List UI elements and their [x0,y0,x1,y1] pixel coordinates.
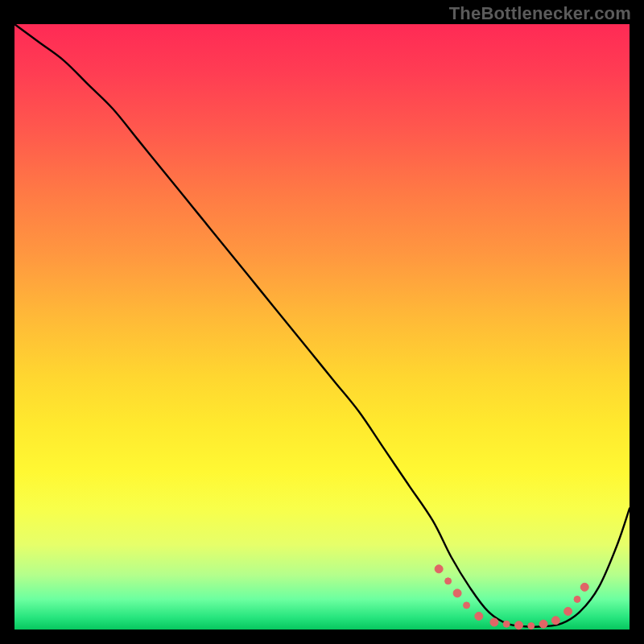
curve-marker [464,602,470,609]
curve-marker [528,622,535,629]
curve-layer [14,24,630,627]
curve-marker [490,618,498,626]
curve-marker [503,621,510,627]
curve-marker [445,578,452,584]
curve-marker [514,621,522,630]
curve-marker [580,583,588,591]
curve-marker [574,596,580,602]
curve-marker [475,612,483,620]
plot-outer [14,24,630,630]
curve-marker [453,589,461,597]
curve-marker [564,607,572,615]
curve-marker [539,620,547,628]
curve-marker [551,617,559,625]
marker-layer [435,565,588,630]
chart-frame: TheBottlenecker.com [0,0,644,644]
bottleneck-curve [14,24,630,627]
chart-svg [14,24,630,630]
curve-marker [435,565,443,573]
watermark-text: TheBottlenecker.com [449,3,631,24]
